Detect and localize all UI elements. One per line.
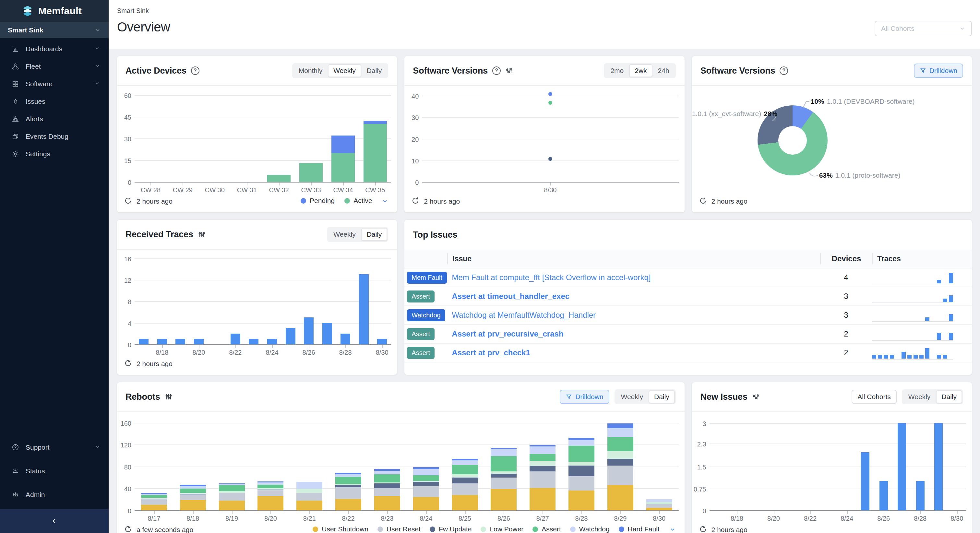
x-tick-label: 8/18 xyxy=(728,511,746,522)
toggle-option-weekly[interactable]: Weekly xyxy=(328,228,361,241)
bar-segment xyxy=(296,501,322,510)
legend-expand-chevron-icon[interactable] xyxy=(669,525,676,533)
refresh-icon[interactable] xyxy=(124,197,132,205)
sidebar-nav-bottom: SupportStatusAdmin xyxy=(0,433,109,509)
bar-slot-8-18 xyxy=(173,418,212,511)
bar-slot-8-19 xyxy=(746,418,765,511)
refresh-icon[interactable] xyxy=(412,197,419,205)
toggle-option-daily[interactable]: Daily xyxy=(361,228,388,241)
legend-chip xyxy=(570,527,576,532)
sidebar: Memfault Smart Sink DashboardsFleetSoftw… xyxy=(0,0,109,533)
issue-link[interactable]: Assert at timeout_handler_exec xyxy=(452,292,570,301)
chart-settings-icon[interactable] xyxy=(752,393,760,401)
help-icon[interactable]: ? xyxy=(492,67,501,75)
chevron-down-icon xyxy=(94,27,101,33)
scatter-point xyxy=(548,92,552,96)
memfault-logo-icon xyxy=(22,6,33,16)
refresh-icon[interactable] xyxy=(124,525,132,533)
toggle-option-24h[interactable]: 24h xyxy=(652,64,675,77)
bar-segment xyxy=(530,461,555,466)
issue-row[interactable]: AssertAssert at prv_recursive_crash2 xyxy=(404,325,972,344)
x-tick-label xyxy=(171,345,190,356)
memfault-logo[interactable]: Memfault xyxy=(0,0,109,22)
sidebar-item-fleet[interactable]: Fleet xyxy=(0,58,109,75)
x-tick-label: CW 35 xyxy=(359,183,391,194)
sidebar-item-label: Settings xyxy=(25,150,50,158)
bar-segment xyxy=(608,451,633,459)
sidebar-item-settings[interactable]: Settings xyxy=(0,145,109,163)
column-devices: Devices xyxy=(820,253,872,264)
support-icon xyxy=(12,444,19,451)
drilldown-button[interactable]: Drilldown xyxy=(560,390,609,404)
sidebar-item-support[interactable]: Support xyxy=(0,435,109,459)
plot-area xyxy=(422,90,678,183)
bar-slot-8-21 xyxy=(783,418,801,511)
sidebar-item-admin[interactable]: Admin xyxy=(0,483,109,506)
issue-link[interactable]: Assert at prv_check1 xyxy=(452,348,530,357)
issue-link[interactable]: Assert at prv_recursive_crash xyxy=(452,329,563,338)
sidebar-item-dashboards[interactable]: Dashboards xyxy=(0,40,109,58)
bar-slot-8-29 xyxy=(601,418,640,511)
x-tick-label: 8/23 xyxy=(368,511,407,522)
x-tick-label: CW 33 xyxy=(295,183,327,194)
sidebar-item-alerts[interactable]: Alerts xyxy=(0,110,109,128)
toggle-option-daily[interactable]: Daily xyxy=(361,64,388,77)
sidebar-item-events-debug[interactable]: Events Debug xyxy=(0,128,109,145)
x-tick-label: CW 34 xyxy=(327,183,359,194)
project-selector[interactable]: Smart Sink xyxy=(0,22,109,38)
issue-row[interactable]: AssertAssert at timeout_handler_exec3 xyxy=(404,287,972,306)
legend-expand-chevron-icon[interactable] xyxy=(382,197,388,204)
y-tick-label: 3 xyxy=(703,420,706,427)
toggle-option-monthly[interactable]: Monthly xyxy=(293,64,328,77)
bar-slot-8-30 xyxy=(948,418,966,511)
y-tick-label: 120 xyxy=(121,442,131,449)
bar-segment xyxy=(304,317,313,344)
sidebar-collapse-button[interactable] xyxy=(0,509,109,533)
bar-segment xyxy=(646,504,672,508)
interval-toggle: MonthlyWeeklyDaily xyxy=(292,63,388,78)
sidebar-item-label: Issues xyxy=(25,98,45,105)
all-cohorts-button[interactable]: All Cohorts xyxy=(851,390,897,404)
bar-segment xyxy=(364,121,387,124)
toggle-option-2mo[interactable]: 2mo xyxy=(605,64,629,77)
bar-segment xyxy=(335,499,361,510)
sparkline-bar xyxy=(937,280,941,283)
toggle-option-2wk[interactable]: 2wk xyxy=(629,64,652,77)
drilldown-button[interactable]: Drilldown xyxy=(914,64,963,78)
chart-settings-icon[interactable] xyxy=(165,393,172,401)
bar-slot-8-24 xyxy=(407,418,445,511)
interval-toggle: WeeklyDaily xyxy=(902,389,963,404)
x-tick-label xyxy=(281,345,300,356)
sidebar-item-status[interactable]: Status xyxy=(0,459,109,483)
issue-type-cell: Assert xyxy=(404,347,447,359)
refresh-icon[interactable] xyxy=(699,525,707,533)
issue-row[interactable]: WatchdogWatchdog at MemfaultWatchdog_Han… xyxy=(404,306,972,325)
toggle-option-daily[interactable]: Daily xyxy=(936,390,962,403)
donut-label-devboard: 10%1.0.1 (DEVBOARD-software) xyxy=(811,98,915,105)
help-icon[interactable]: ? xyxy=(780,67,788,75)
sidebar-item-issues[interactable]: Issues xyxy=(0,93,109,110)
chart-settings-icon[interactable] xyxy=(505,67,513,75)
bar-segment xyxy=(296,493,322,501)
sidebar-item-software[interactable]: Software xyxy=(0,75,109,93)
bar-segment xyxy=(413,497,439,510)
legend-chip xyxy=(377,527,383,532)
issue-row[interactable]: AssertAssert at prv_check12 xyxy=(404,344,972,363)
toggle-option-weekly[interactable]: Weekly xyxy=(328,64,361,77)
help-icon[interactable]: ? xyxy=(191,67,199,75)
chevron-down-icon xyxy=(94,45,100,53)
issue-row[interactable]: Mem FaultMem Fault at compute_fft [Stack… xyxy=(404,269,972,287)
cohort-filter-dropdown[interactable]: All Cohorts xyxy=(875,21,972,36)
donut-label-xx-evt: 1.0.1 (xx_evt-software)28% xyxy=(692,110,771,118)
refresh-icon[interactable] xyxy=(699,197,707,205)
issue-link[interactable]: Mem Fault at compute_fft [Stack Overflow… xyxy=(452,273,651,282)
software-versions-scatter-chart: 0102030408/30 xyxy=(407,90,678,194)
issue-link[interactable]: Watchdog at MemfaultWatchdog_Handler xyxy=(452,310,596,319)
toggle-option-weekly[interactable]: Weekly xyxy=(903,390,936,403)
updated-timestamp: a few seconds ago xyxy=(137,525,193,533)
legend-item-watchdog: Watchdog xyxy=(570,525,610,533)
chart-settings-icon[interactable] xyxy=(198,231,205,238)
toggle-option-weekly[interactable]: Weekly xyxy=(616,390,649,403)
toggle-option-daily[interactable]: Daily xyxy=(649,390,675,403)
refresh-icon[interactable] xyxy=(124,359,132,367)
